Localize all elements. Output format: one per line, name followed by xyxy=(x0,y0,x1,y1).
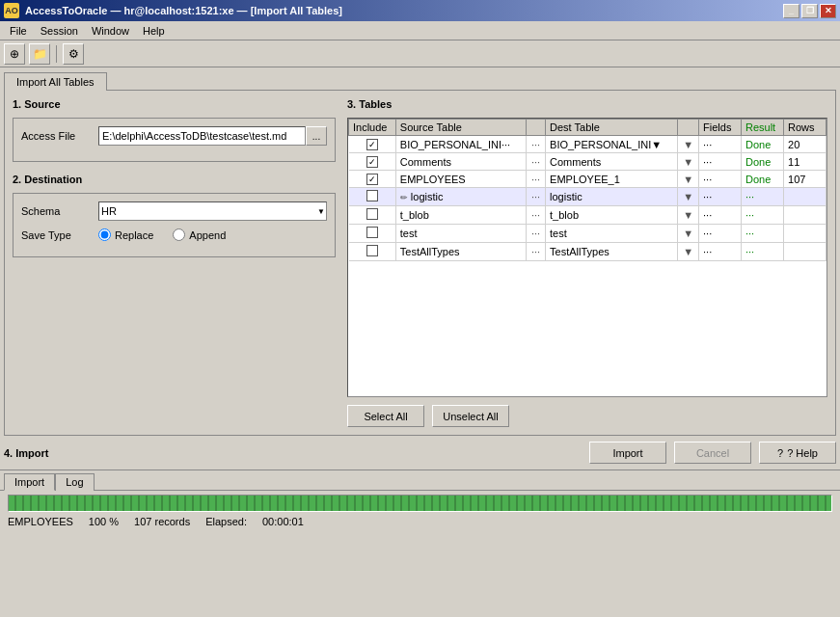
menu-bar: File Session Window Help xyxy=(0,21,840,40)
toolbar-btn-3[interactable]: ⚙ xyxy=(63,43,84,65)
table-row[interactable]: ✓ EMPLOYEES ··· EMPLOYEE_1 ▼ ··· Done 10… xyxy=(349,171,826,188)
checkbox-3[interactable] xyxy=(366,190,378,201)
fields-cell-0: ··· xyxy=(699,136,742,153)
import-section-label: 4. Import xyxy=(4,447,48,459)
col-header-dest: Dest Table xyxy=(546,120,678,136)
right-panel: 3. Tables Include Source Table Dest Tabl… xyxy=(347,98,827,427)
table-row[interactable]: TestAllTypes ··· TestAllTypes ▼ ··· ··· xyxy=(349,243,826,261)
bottom-tab-bar: Import Log xyxy=(0,469,840,490)
rows-cell-5 xyxy=(784,225,826,243)
checkbox-1[interactable]: ✓ xyxy=(366,156,378,168)
checkbox-0[interactable]: ✓ xyxy=(366,139,378,150)
checkbox-4[interactable] xyxy=(366,208,378,220)
dest-cell-6: TestAllTypes xyxy=(546,243,678,261)
fields-cell-1: ··· xyxy=(699,153,742,171)
fields-cell-4: ··· xyxy=(699,206,742,225)
arrow-4: ▼ xyxy=(678,206,699,225)
arrow-2: ▼ xyxy=(678,171,699,188)
radio-append-input[interactable] xyxy=(173,228,185,241)
help-button[interactable]: ? ? Help xyxy=(759,442,836,464)
source-cell-2: EMPLOYEES xyxy=(395,171,526,188)
cancel-button[interactable]: Cancel xyxy=(674,442,751,464)
unselect-all-button[interactable]: Unselect All xyxy=(432,405,509,427)
progress-percent: 100 % xyxy=(89,516,119,527)
toolbar-btn-1[interactable]: ⊕ xyxy=(4,43,25,65)
radio-replace-label: Replace xyxy=(115,229,153,241)
fields-cell-5: ··· xyxy=(699,225,742,243)
help-icon: ? xyxy=(777,447,783,459)
dots1-2: ··· xyxy=(527,171,546,188)
radio-append-label: Append xyxy=(189,229,226,241)
dots1-0: ··· xyxy=(527,136,546,153)
source-cell-1: Comments xyxy=(395,153,526,171)
dots1-6: ··· xyxy=(527,243,546,261)
table-row[interactable]: ✓ BIO_PERSONAL_INI··· ··· BIO_PERSONAL_I… xyxy=(349,136,826,153)
progress-records: 107 records xyxy=(134,516,190,527)
progress-bar-inner xyxy=(9,496,831,511)
toolbar-btn-2[interactable]: 📁 xyxy=(29,43,50,65)
source-cell-3: ✏ logistic xyxy=(395,188,526,206)
col-header-sep2 xyxy=(678,120,699,136)
title-bar: AO AccessToOracle — hr@localhost:1521:xe… xyxy=(0,0,840,21)
progress-status: EMPLOYEES 100 % 107 records Elapsed: 00:… xyxy=(8,516,832,527)
source-group: Access File ... xyxy=(13,118,336,162)
source-cell-4: t_blob xyxy=(395,206,526,225)
menu-file[interactable]: File xyxy=(4,24,33,38)
dest-cell-0: BIO_PERSONAL_INI▼ xyxy=(546,136,678,153)
save-type-label: Save Type xyxy=(21,229,98,241)
dots1-1: ··· xyxy=(527,153,546,171)
tab-import-all-tables[interactable]: Import All Tables xyxy=(4,72,107,91)
table-row[interactable]: test ··· test ▼ ··· ··· xyxy=(349,225,826,243)
menu-help[interactable]: Help xyxy=(137,24,171,38)
close-button[interactable]: ✕ xyxy=(820,4,836,18)
minimize-button[interactable]: _ xyxy=(783,4,799,18)
rows-cell-4 xyxy=(784,206,826,225)
progress-elapsed: 00:00:01 xyxy=(262,516,304,527)
col-header-fields: Fields xyxy=(699,120,742,136)
checkbox-5[interactable] xyxy=(366,227,378,238)
checkbox-2[interactable]: ✓ xyxy=(366,174,378,185)
table-row[interactable]: ✓ Comments ··· Comments ▼ ··· Done 11 xyxy=(349,153,826,171)
tab-log[interactable]: Log xyxy=(55,473,94,491)
dest-cell-5: test xyxy=(546,225,678,243)
radio-replace[interactable]: Replace xyxy=(98,228,153,241)
browse-button[interactable]: ... xyxy=(306,126,327,146)
result-cell-0: Done xyxy=(741,136,783,153)
data-table: Include Source Table Dest Table Fields R… xyxy=(348,119,826,261)
source-cell-5: test xyxy=(395,225,526,243)
result-cell-5: ··· xyxy=(741,225,783,243)
schema-select[interactable]: HR SYSTEM PUBLIC xyxy=(98,201,327,221)
import-button[interactable]: Import xyxy=(589,442,666,464)
source-section-header: 1. Source xyxy=(13,98,336,110)
dots1-3: ··· xyxy=(527,188,546,206)
col-header-include: Include xyxy=(349,120,396,136)
dots1-5: ··· xyxy=(527,225,546,243)
arrow-5: ▼ xyxy=(678,225,699,243)
rows-cell-1: 11 xyxy=(784,153,826,171)
dots1-4: ··· xyxy=(527,206,546,225)
checkbox-6[interactable] xyxy=(366,245,378,256)
menu-window[interactable]: Window xyxy=(86,24,135,38)
menu-session[interactable]: Session xyxy=(35,24,84,38)
arrow-1: ▼ xyxy=(678,153,699,171)
fields-cell-2: ··· xyxy=(699,171,742,188)
arrow-0: ▼ xyxy=(678,136,699,153)
maximize-button[interactable]: ❐ xyxy=(801,4,818,18)
table-row[interactable]: ✏ logistic ··· logistic ▼ ··· ··· xyxy=(349,188,826,206)
rows-cell-0: 20 xyxy=(784,136,826,153)
arrow-3: ▼ xyxy=(678,188,699,206)
access-file-input[interactable] xyxy=(98,126,306,146)
tab-import[interactable]: Import xyxy=(4,473,55,491)
radio-append[interactable]: Append xyxy=(173,228,226,241)
radio-replace-input[interactable] xyxy=(98,228,111,241)
help-label: ? Help xyxy=(787,447,818,459)
select-all-button[interactable]: Select All xyxy=(347,405,424,427)
rows-cell-2: 107 xyxy=(784,171,826,188)
tables-section-header: 3. Tables xyxy=(347,98,827,110)
tables-list[interactable]: Include Source Table Dest Table Fields R… xyxy=(347,118,827,397)
result-cell-3: ··· xyxy=(741,188,783,206)
left-panel: 1. Source Access File ... 2. Destination… xyxy=(13,98,336,427)
table-row[interactable]: t_blob ··· t_blob ▼ ··· ··· xyxy=(349,206,826,225)
toolbar-separator xyxy=(56,45,57,63)
source-cell-6: TestAllTypes xyxy=(395,243,526,261)
